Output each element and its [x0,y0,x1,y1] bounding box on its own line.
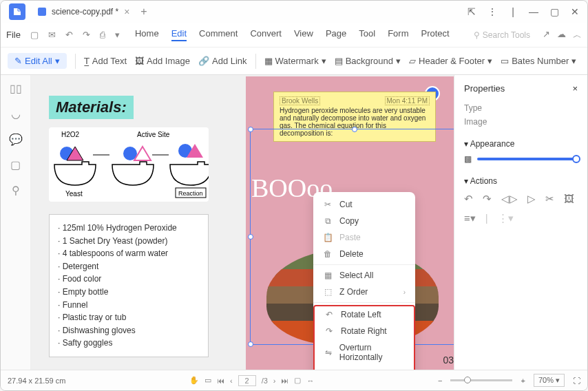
statusbar: 27.94 x 21.59 cm ✋ ▭ ⏮ ‹ 2 /3 › ⏭ ▢ ↔ − … [1,370,587,390]
add-text-button[interactable]: T̲Add Text [84,56,127,66]
cm-cut[interactable]: ✂Cut [313,196,415,213]
flip-v-icon[interactable]: ▷ [527,193,536,205]
fullscreen-icon[interactable]: ⛶ [573,377,580,385]
tab-edit[interactable]: Edit [171,28,187,41]
close-panel-icon[interactable]: × [572,83,578,94]
bookmark-icon[interactable]: ◡ [11,107,21,120]
list-item: Plastic tray or tub [58,311,200,324]
redo-icon[interactable]: ↷ [80,30,93,40]
thumbnails-icon[interactable]: ▯▯ [10,82,22,95]
panel-title: Properties [464,83,505,94]
zoom-value[interactable]: 70% ▾ [534,374,565,387]
sticky-timestamp: Mon 4:11 PM [385,96,430,105]
titlebar: science-copy.pdf * × + ⇱ ⋮ | — ▢ ✕ [1,1,587,23]
background-icon: ▤ [335,56,343,66]
hand-tool-icon[interactable]: ✋ [189,376,199,385]
attachment-icon[interactable]: ▢ [10,158,21,171]
copy-icon: ⧉ [323,216,333,226]
page-input[interactable]: 2 [238,375,256,386]
bates-number-button[interactable]: ▭Bates Number▾ [501,56,576,66]
tab-page[interactable]: Page [326,28,346,41]
distribute-dropdown[interactable]: ⋮▾ [498,212,514,224]
export-icon[interactable]: ↗ [543,29,550,41]
chevron-down-icon: ▾ [55,56,60,66]
edit-all-button[interactable]: ✎ Edit All ▾ [8,53,67,69]
opacity-slider[interactable]: ▩ [464,154,578,164]
maximize-button[interactable]: ▢ [545,6,564,17]
tab-home[interactable]: Home [135,28,159,41]
image-icon: 🖼 [135,56,144,66]
cm-rotate-left[interactable]: ↶Rotate Left [315,306,414,323]
edit-toolbar: ✎ Edit All ▾ T̲Add Text 🖼Add Image 🔗Add … [1,47,587,75]
rotate-right-icon[interactable]: ↷ [483,193,492,205]
actions-section[interactable]: Actions [470,176,497,186]
delete-icon: 🗑 [323,249,333,259]
search-panel-icon[interactable]: ⚲ [12,184,20,197]
tab-form[interactable]: Form [388,28,408,41]
cm-overturn-h[interactable]: ⇋Overturn Horizontally [315,339,414,366]
more-icon[interactable]: ⋮ [483,6,502,17]
appearance-section[interactable]: Appearance [470,139,515,149]
minimize-button[interactable]: — [524,6,543,17]
cm-copy[interactable]: ⧉Copy [313,213,415,229]
mail-icon[interactable]: ✉ [45,30,59,40]
cm-select-all[interactable]: ▦Select All [313,267,415,284]
comment-icon[interactable]: 💬 [9,133,23,146]
bates-icon: ▭ [501,56,509,66]
chevron-up-icon[interactable]: ︿ [573,29,582,41]
dropdown-icon[interactable]: ▾ [112,30,123,40]
zoom-in-icon[interactable]: + [521,377,525,385]
fit-width-icon[interactable]: ↔ [306,377,314,385]
chevron-down-icon: ▾ [396,56,401,66]
select-all-icon: ▦ [323,271,333,280]
tab-convert[interactable]: Convert [250,28,282,41]
tab-view[interactable]: View [294,28,313,41]
new-tab-button[interactable]: + [140,6,147,18]
undo-icon[interactable]: ↶ [63,30,76,40]
cm-delete[interactable]: 🗑Delete [313,246,415,262]
tab-protect[interactable]: Protect [421,28,449,41]
header-footer-button[interactable]: ▱Header & Footer▾ [409,56,492,66]
crop-icon[interactable]: ✂ [545,193,554,205]
document-tab[interactable]: science-copy.pdf * × [31,3,136,20]
print-icon[interactable]: ⎙ [97,30,108,40]
workspace: ▯▯ ◡ 💬 ▢ ⚲ Materials: H2O2 Active Site [1,75,587,370]
tab-comment[interactable]: Comment [199,28,238,41]
cm-rotate-right[interactable]: ↷Rotate Right [315,323,414,339]
prev-page-icon[interactable]: ‹ [230,377,233,385]
search-icon: ⚲ [474,30,480,40]
close-tab-icon[interactable]: × [124,6,129,17]
list-item: Funnel [58,299,200,312]
add-image-button[interactable]: 🖼Add Image [135,56,190,66]
svg-text:H2O2: H2O2 [61,131,80,138]
save-icon[interactable]: ▢ [28,30,41,40]
page-number: 03 [443,355,454,366]
align-dropdown[interactable]: ≡▾ [464,212,476,224]
z-order-icon: ⬚ [323,287,333,297]
replace-icon[interactable]: 🖼 [564,193,574,205]
zoom-slider[interactable] [450,379,512,381]
first-page-icon[interactable]: ⏮ [217,377,224,385]
flip-h-icon: ⇋ [324,348,333,357]
cm-z-order[interactable]: ⬚Z Order› [313,284,415,300]
flip-h-icon[interactable]: ◁▷ [501,193,518,205]
file-menu[interactable]: File [6,30,21,40]
close-window-button[interactable]: ✕ [565,6,585,17]
rotate-right-icon: ↷ [324,326,334,336]
cm-overturn-v[interactable]: ⇵Overturn Vertically [315,366,414,370]
fit-page-icon[interactable]: ▢ [294,376,301,385]
last-page-icon[interactable]: ⏭ [281,377,288,385]
share-icon[interactable]: ⇱ [462,6,481,17]
select-tool-icon[interactable]: ▭ [204,376,211,385]
tab-tool[interactable]: Tool [359,28,375,41]
svg-text:Reaction: Reaction [178,190,203,197]
background-button[interactable]: ▤Background▾ [335,56,401,66]
rotate-left-icon[interactable]: ↶ [464,193,473,205]
next-page-icon[interactable]: › [273,377,276,385]
zoom-out-icon[interactable]: − [438,377,442,385]
canvas[interactable]: Materials: H2O2 Active Site Yeast [31,75,454,370]
search-tools[interactable]: ⚲ Search Tools [474,30,530,40]
add-link-button[interactable]: 🔗Add Link [198,56,247,66]
cloud-icon[interactable]: ☁ [557,29,566,41]
watermark-button[interactable]: ▦Watermark▾ [264,56,326,66]
